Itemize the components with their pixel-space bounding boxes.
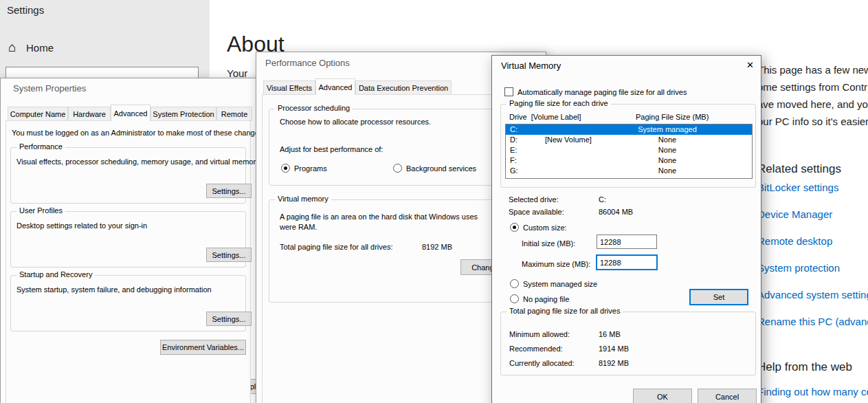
total-paging-label: Total paging file size for all drives: [280,243,392,251]
recommended-label: Recommended: [509,345,563,353]
link-rename-this-pc[interactable]: Rename this PC (advanced [757,316,868,327]
performance-group-title: Performance [16,142,65,151]
link-advanced-system-settings[interactable]: Advanced system settings [757,289,868,301]
background-services-radio[interactable] [393,164,402,173]
background-services-radio-label: Background services [406,164,476,173]
link-device-manager[interactable]: Device Manager [757,208,832,220]
user-profiles-group-title: User Profiles [16,206,65,215]
maximum-size-label: Maximum size (MB): [522,260,590,268]
user-profiles-group-description: Desktop settings related to your sign-in [16,221,147,230]
maximum-size-input[interactable] [597,255,657,270]
drive-letter: G: [510,166,518,176]
drive-letter: E: [510,145,517,155]
link-bitlocker-settings[interactable]: BitLocker settings [757,182,838,193]
initial-size-label: Initial size (MB): [522,239,575,248]
virtual-memory-description-line1: A paging file is an area on the hard dis… [280,213,478,221]
minimum-allowed-value: 16 MB [599,330,621,338]
startup-recovery-group: Startup and Recovery System startup, sys… [10,275,246,331]
drive-paging-size: None [616,166,719,176]
tab-hardware[interactable]: Hardware [68,107,111,121]
programs-radio[interactable] [281,164,290,173]
tab-system-protection[interactable]: System Protection [151,107,216,121]
paging-file-size-group-title: Paging file size for each drive [507,99,611,107]
custom-size-radio-label: Custom size: [523,224,567,232]
virtual-memory-description-line2: were RAM. [280,223,317,231]
drive-listbox[interactable]: C: System managed D: [New Volume] None E… [505,124,753,179]
custom-size-radio[interactable] [510,223,519,232]
selected-drive-value: C: [599,195,606,204]
environment-variables-button[interactable]: Environment Variables... [160,340,246,355]
user-profiles-group: User Profiles Desktop settings related t… [10,211,246,268]
totals-group: Total paging file size for all drives Mi… [500,312,756,375]
settings-window-title: Settings [7,4,44,16]
space-available-label: Space available: [509,208,564,216]
performance-group: Performance Visual effects, processor sc… [10,147,246,204]
drive-paging-size: None [616,135,719,145]
drive-paging-size: System managed [616,124,719,135]
drive-row-d[interactable]: D: [New Volume] None [506,135,752,145]
selected-drive-label: Selected drive: [509,195,559,204]
link-system-protection[interactable]: System protection [757,262,840,274]
system-managed-size-radio-label: System managed size [523,280,597,288]
performance-settings-button[interactable]: Settings... [206,184,252,198]
tab-data-execution-prevention[interactable]: Data Execution Prevention [355,80,452,95]
paging-file-size-group: Paging file size for each drive Drive [V… [500,104,756,188]
system-managed-size-radio[interactable] [510,279,519,288]
processor-scheduling-line1: Choose how to allocate processor resourc… [280,118,431,126]
sidebar-item-home[interactable]: ⌂ Home [8,40,91,58]
no-paging-file-radio-label: No paging file [523,295,569,303]
startup-recovery-group-description: System startup, system failure, and debu… [16,285,212,294]
minimum-allowed-label: Minimum allowed: [509,330,570,338]
user-profiles-settings-button[interactable]: Settings... [206,248,252,262]
programs-radio-label: Programs [294,164,327,173]
vm-cancel-button[interactable]: Cancel [698,389,757,403]
system-properties-dialog: System Properties Computer Name Hardware… [0,78,282,403]
home-icon: ⌂ [8,40,16,55]
admin-note: You must be logged on as an Administrato… [12,129,265,137]
link-finding-out-cores[interactable]: Finding out how many co [757,386,868,397]
info-line: ave moved here, and yo [757,98,868,110]
close-icon[interactable]: ✕ [739,56,761,74]
currently-allocated-label: Currently allocated: [509,359,575,367]
system-properties-title: System Properties [13,83,86,94]
link-remote-desktop[interactable]: Remote desktop [757,235,832,247]
drive-paging-size: None [616,145,719,155]
info-line: our PC info so it's easier [757,116,868,127]
drive-row-c[interactable]: C: System managed [506,124,752,135]
help-from-web-heading: Help from the web [757,360,852,374]
tab-advanced[interactable]: Advanced [111,105,151,121]
no-paging-file-radio[interactable] [510,294,519,303]
drive-volume-label: [New Volume] [545,135,592,145]
total-paging-value: 8192 MB [422,243,452,251]
drive-row-e[interactable]: E: None [506,145,752,155]
startup-recovery-settings-button[interactable]: Settings... [206,312,252,326]
space-available-value: 86004 MB [599,208,633,216]
column-header-drive: Drive [Volume Label] [509,113,581,121]
processor-scheduling-line2: Adjust for best performance of: [280,145,383,153]
auto-manage-checkbox-label: Automatically manage paging file size fo… [518,88,687,96]
performance-group-description: Visual effects, processor scheduling, me… [16,157,260,166]
tab-perf-advanced[interactable]: Advanced [315,78,355,95]
set-button[interactable]: Set [689,289,748,305]
initial-size-input[interactable] [597,235,657,249]
tab-visual-effects[interactable]: Visual Effects [263,80,315,95]
recommended-value: 1914 MB [599,345,629,353]
virtual-memory-title: Virtual Memory [501,61,561,71]
drive-letter: C: [510,124,518,135]
auto-manage-checkbox[interactable] [504,87,513,96]
info-line: This page has a few new s [757,64,868,76]
virtual-memory-dialog: Virtual Memory ✕ Automatically manage pa… [491,55,761,403]
performance-options-title: Performance Options [265,58,350,68]
drive-row-f[interactable]: F: None [506,155,752,166]
drive-letter: F: [510,155,517,166]
sidebar-item-home-label: Home [26,42,54,54]
vm-ok-button[interactable]: OK [633,389,692,403]
drive-letter: D: [510,135,518,145]
tab-computer-name[interactable]: Computer Name [8,107,68,121]
tab-remote[interactable]: Remote [216,107,252,121]
startup-recovery-group-title: Startup and Recovery [16,270,95,279]
drive-paging-size: None [616,155,719,166]
info-line: ome settings from Contr [757,81,867,93]
totals-group-title: Total paging file size for all drives [507,307,623,315]
drive-row-g[interactable]: G: None [506,166,752,176]
